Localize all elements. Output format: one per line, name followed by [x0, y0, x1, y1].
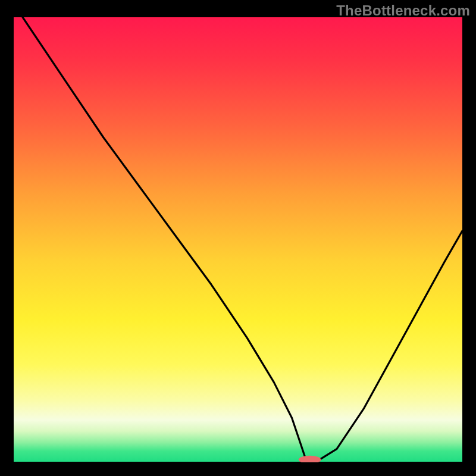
gradient-bg: [14, 17, 462, 462]
bottleneck-chart: [14, 17, 462, 462]
chart-frame: TheBottleneck.com: [0, 0, 476, 476]
chart-svg: [14, 17, 462, 462]
watermark-text: TheBottleneck.com: [336, 2, 470, 19]
